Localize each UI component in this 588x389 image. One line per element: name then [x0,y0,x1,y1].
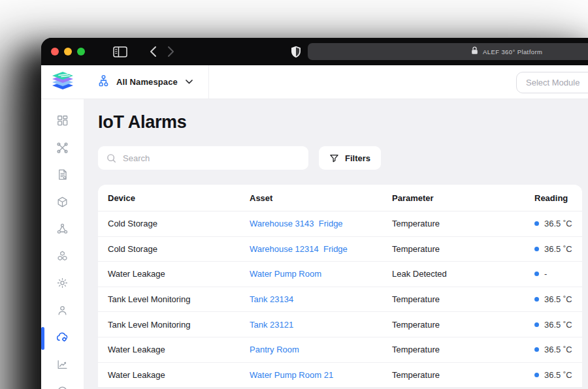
screenshot-viewport: ALEF 360° Platform [0,0,588,389]
icon-sidebar [41,99,84,389]
parameter-cell: Temperature [392,244,534,254]
search-input[interactable] [123,153,301,163]
parameter-cell: Temperature [392,320,534,330]
parameter-cell: Temperature [392,219,534,228]
table-header: Device Asset Parameter Reading [98,185,582,211]
back-chevron-icon[interactable] [149,46,157,57]
app-logo[interactable] [41,69,84,96]
partial-bottom-icon [56,385,69,389]
sidebar-item-settings[interactable] [41,271,84,298]
minimize-button[interactable] [64,48,72,55]
parameter-cell: Temperature [392,294,534,304]
column-header-asset: Asset [250,193,392,203]
sidebar-item-tools[interactable] [41,136,84,163]
sidebar-item-analytics[interactable] [41,352,84,380]
page-title: IoT Alarms [98,112,588,132]
asset-link[interactable]: Warehouse 3143 Fridge [250,219,392,228]
table-row[interactable]: Water Leakage Pantry Room Temperature 36… [98,337,582,363]
device-cell: Tank Level Monitoring [108,320,250,330]
table-row[interactable]: Cold Storage Warehouse 3143 Fridge Tempe… [98,211,582,237]
parameter-cell: Temperature [392,370,534,380]
reading-cell: 36.5 ˚C [534,370,572,380]
asset-link[interactable]: Water Pump Room [250,269,392,279]
status-dot [534,322,539,327]
analytics-chart-icon [56,358,69,373]
app-body: IoT Alarms [41,99,588,389]
cluster-nodes-icon [56,223,69,238]
close-button[interactable] [51,48,59,55]
shield-privacy-icon[interactable] [291,46,301,58]
traffic-lights [51,48,85,55]
table-row[interactable]: Cold Storage Warehouse 12314 Fridge Temp… [98,237,582,262]
asset-link[interactable]: Water Pump Room 21 [250,370,392,380]
namespace-label: All Namespace [116,77,178,87]
cubes-stack-icon [56,250,69,265]
device-cell: Cold Storage [108,244,250,254]
sidebar-item-cluster[interactable] [41,217,84,244]
status-dot [534,272,539,276]
filter-funnel-icon [329,153,339,163]
status-dot [534,221,539,226]
toolbar: Filters [98,146,588,170]
search-icon [106,153,117,164]
forward-chevron-icon[interactable] [167,46,175,57]
table-row[interactable]: Water Leakage Water Pump Room 21 Tempera… [98,363,582,388]
browser-window: ALEF 360° Platform [41,38,588,389]
sidebar-item-reports[interactable] [41,163,84,190]
tools-icon [56,142,69,157]
nav-divider [208,65,209,99]
cube-icon [56,196,69,211]
iot-cloud-gear-icon [56,330,69,347]
reading-cell: 36.5 ˚C [534,244,572,254]
hierarchy-icon [97,74,110,90]
table-row[interactable]: Tank Level Monitoring Tank 23121 Tempera… [98,312,582,337]
sidebar-item-dashboard[interactable] [41,108,84,136]
module-select-input[interactable] [516,72,588,93]
dashboard-grid-icon [56,114,69,129]
user-icon [56,304,69,319]
main-content: IoT Alarms [84,99,588,389]
asset-link[interactable]: Warehouse 12314 Fridge [250,244,392,254]
column-header-parameter: Parameter [392,193,534,203]
reading-cell: 36.5 ˚C [534,219,572,228]
status-dot [534,373,539,377]
address-bar[interactable]: ALEF 360° Platform [308,43,588,60]
search-box[interactable] [98,146,308,170]
sidebar-item-iot-alarms[interactable] [41,325,84,352]
parameter-cell: Temperature [392,345,534,354]
sidebar-item-users[interactable] [41,298,84,326]
reading-cell: 36.5 ˚C [534,294,572,304]
device-cell: Water Leakage [108,345,250,354]
reading-cell: - [534,269,572,279]
status-dot [534,297,539,302]
settings-gear-icon [56,277,69,292]
filters-label: Filters [345,153,370,163]
device-cell: Cold Storage [108,219,250,228]
asset-link[interactable]: Pantry Room [250,345,392,354]
asset-link[interactable]: Tank 23121 [250,320,392,330]
table-row[interactable]: Tank Level Monitoring Tank 23134 Tempera… [98,287,582,313]
sidebar-item-assets[interactable] [41,190,84,217]
report-document-icon [56,168,69,183]
sidebar-item-more[interactable] [41,379,84,389]
active-indicator [41,327,44,350]
sidebar-toggle-icon[interactable] [113,46,127,57]
table-row[interactable]: Water Leakage Water Pump Room Leak Detec… [98,262,582,287]
column-header-device: Device [108,193,250,203]
status-dot [534,347,539,352]
device-cell: Water Leakage [108,269,250,279]
parameter-cell: Leak Detected [392,269,534,279]
reading-cell: 36.5 ˚C [534,345,572,354]
device-cell: Tank Level Monitoring [108,294,250,304]
lock-icon [471,46,478,57]
filters-button[interactable]: Filters [319,146,381,170]
asset-link[interactable]: Tank 23134 [250,294,392,304]
namespace-selector[interactable]: All Namespace [84,74,202,90]
sidebar-item-modules[interactable] [41,244,84,272]
status-dot [534,247,539,251]
maximize-button[interactable] [77,48,85,55]
site-title: ALEF 360° Platform [483,48,542,55]
device-cell: Water Leakage [108,370,250,380]
chevron-down-icon [186,80,193,84]
reading-cell: 36.5 ˚C [534,320,572,330]
